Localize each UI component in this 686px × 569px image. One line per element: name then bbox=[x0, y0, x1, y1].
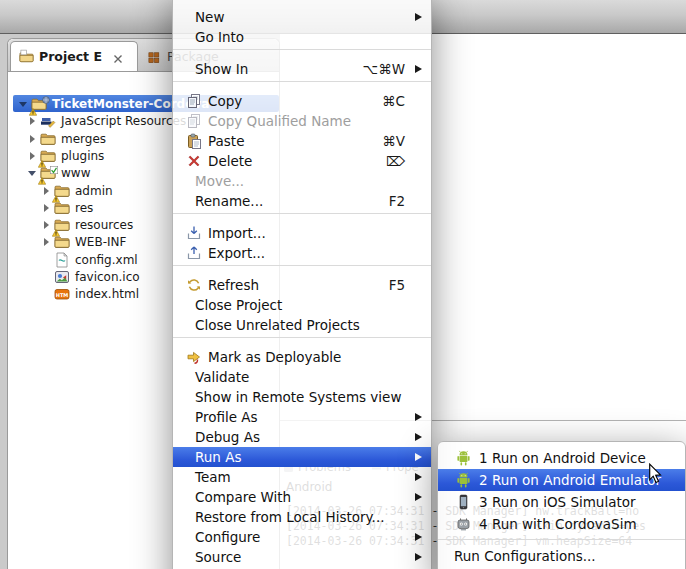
delete-icon bbox=[186, 153, 202, 169]
menu-item-team[interactable]: Team bbox=[173, 467, 431, 487]
menu-item-shortcut: F5 bbox=[389, 277, 405, 293]
submenu-arrow-icon bbox=[415, 553, 422, 561]
menu-item-refresh[interactable]: RefreshF5 bbox=[173, 275, 431, 295]
menu-item-label: Show in Remote Systems view bbox=[195, 389, 405, 405]
menu-item-export[interactable]: Export... bbox=[173, 243, 431, 263]
cordovasim-icon bbox=[455, 516, 472, 532]
menu-separator bbox=[173, 79, 431, 91]
folder-icon bbox=[54, 200, 71, 216]
submenu-arrow-icon bbox=[415, 433, 422, 441]
menu-item-label: Mark as Deployable bbox=[208, 349, 405, 365]
run-as-submenu: 1 Run on Android Device2 Run on Android … bbox=[437, 441, 686, 569]
menu-item-label: Team bbox=[195, 469, 405, 485]
submenu-arrow-icon bbox=[415, 493, 422, 501]
expand-arrow-icon[interactable] bbox=[28, 116, 40, 126]
context-menu: NewGo IntoShow In⌥⌘WCopy⌘CCopy Qualified… bbox=[172, 0, 432, 569]
menu-item-label: Run Configurations... bbox=[454, 548, 675, 564]
menu-item-3-run-on-ios-simulator[interactable]: 3 Run on iOS Simulator bbox=[438, 491, 685, 513]
menu-item-go-into[interactable]: Go Into bbox=[173, 27, 431, 47]
expand-arrow-icon[interactable] bbox=[42, 237, 54, 247]
menu-item-shortcut: ⌥⌘W bbox=[363, 61, 405, 77]
globe-decorator bbox=[42, 93, 50, 101]
menu-item-label: Copy bbox=[208, 93, 370, 109]
xml-file-icon bbox=[54, 252, 71, 268]
tree-item-label: JavaScript Resources bbox=[61, 114, 186, 128]
menu-separator bbox=[173, 263, 431, 275]
tab-label: Project E bbox=[39, 49, 102, 64]
expand-arrow-icon[interactable] bbox=[28, 134, 40, 144]
menu-item-label: Configure bbox=[195, 529, 405, 545]
tab-project-e[interactable]: Project E bbox=[10, 41, 138, 71]
menu-item-close-project[interactable]: Close Project bbox=[173, 295, 431, 315]
submenu-arrow-icon bbox=[415, 533, 422, 541]
refresh-icon bbox=[186, 277, 202, 293]
menu-item-copy[interactable]: Copy⌘C bbox=[173, 91, 431, 111]
folder-icon bbox=[54, 217, 71, 233]
svg-text:HTM: HTM bbox=[56, 291, 69, 297]
tree-item-label: resources bbox=[75, 218, 133, 232]
menu-item-restore-from-local-history[interactable]: Restore from Local History... bbox=[173, 507, 431, 527]
menu-separator bbox=[438, 535, 685, 545]
menu-item-4-run-with-cordovasim[interactable]: 4 Run with CordovaSim bbox=[438, 513, 685, 535]
menu-item-paste[interactable]: Paste⌘V bbox=[173, 131, 431, 151]
menu-separator bbox=[173, 211, 431, 223]
copy-icon bbox=[186, 93, 202, 109]
folder-icon bbox=[54, 234, 71, 250]
menu-item-debug-as[interactable]: Debug As bbox=[173, 427, 431, 447]
image-file-icon bbox=[54, 269, 71, 285]
folder-icon bbox=[40, 165, 57, 181]
submenu-arrow-icon bbox=[415, 473, 422, 481]
menu-item-label: 1 Run on Android Device bbox=[479, 450, 675, 466]
menu-item-label: Move... bbox=[195, 173, 405, 189]
close-icon[interactable] bbox=[113, 52, 123, 62]
menu-item-compare-with[interactable]: Compare With bbox=[173, 487, 431, 507]
menu-item-run-as[interactable]: Run As bbox=[173, 447, 431, 467]
menu-item-label: Validate bbox=[195, 369, 405, 385]
submenu-arrow-icon bbox=[415, 453, 422, 461]
menu-item-copy-qualified-name: Copy Qualified Name bbox=[173, 111, 431, 131]
menu-item-label: Restore from Local History... bbox=[195, 509, 405, 525]
menu-item-label: Go Into bbox=[195, 29, 405, 45]
menu-item-label: 2 Run on Android Emulator bbox=[479, 472, 675, 488]
menu-item-run-configurations[interactable]: Run Configurations... bbox=[438, 545, 685, 567]
deploy-icon bbox=[186, 349, 202, 365]
menu-item-label: Rename... bbox=[195, 193, 377, 209]
menu-item-shortcut: F2 bbox=[389, 193, 405, 209]
menu-item-mark-as-deployable[interactable]: Mark as Deployable bbox=[173, 347, 431, 367]
tree-item-label: favicon.ico bbox=[75, 270, 140, 284]
tree-item-label: WEB-INF bbox=[75, 235, 126, 249]
tree-spacer bbox=[42, 289, 54, 299]
menu-item-label: Refresh bbox=[208, 277, 377, 293]
menu-item-label: Delete bbox=[208, 153, 374, 169]
menu-item-source[interactable]: Source bbox=[173, 547, 431, 567]
submenu-arrow-icon bbox=[415, 13, 422, 21]
expand-arrow-icon[interactable] bbox=[42, 203, 54, 213]
tree-item-label: plugins bbox=[61, 149, 104, 163]
menu-item-profile-as[interactable]: Profile As bbox=[173, 407, 431, 427]
menu-item-label: Paste bbox=[208, 133, 370, 149]
menu-item-shortcut: ⌦ bbox=[386, 153, 405, 169]
menu-item-validate[interactable]: Validate bbox=[173, 367, 431, 387]
menu-item-configure[interactable]: Configure bbox=[173, 527, 431, 547]
menu-item-rename[interactable]: Rename...F2 bbox=[173, 191, 431, 211]
menu-item-show-in-remote-systems-view[interactable]: Show in Remote Systems view bbox=[173, 387, 431, 407]
package-explorer-icon bbox=[147, 49, 162, 64]
menu-item-label: Compare With bbox=[195, 489, 405, 505]
tree-item-label: www bbox=[61, 166, 90, 180]
menu-item-label: Import... bbox=[208, 225, 405, 241]
menu-item-label: 4 Run with CordovaSim bbox=[479, 516, 675, 532]
menu-item-label: Source bbox=[195, 549, 405, 565]
menu-item-import[interactable]: Import... bbox=[173, 223, 431, 243]
android-icon bbox=[455, 450, 472, 466]
folder-icon bbox=[54, 183, 71, 199]
menu-item-new[interactable]: New bbox=[173, 7, 431, 27]
menu-item-close-unrelated-projects[interactable]: Close Unrelated Projects bbox=[173, 315, 431, 335]
menu-item-show-in[interactable]: Show In⌥⌘W bbox=[173, 59, 431, 79]
menu-item-label: Close Project bbox=[195, 297, 405, 313]
tree-spacer bbox=[42, 255, 54, 265]
html-file-icon: HTM bbox=[54, 286, 71, 302]
tree-item-label: res bbox=[75, 201, 93, 215]
menu-item-label: Copy Qualified Name bbox=[208, 113, 405, 129]
menu-item-label: Debug As bbox=[195, 429, 405, 445]
menu-item-delete[interactable]: Delete⌦ bbox=[173, 151, 431, 171]
